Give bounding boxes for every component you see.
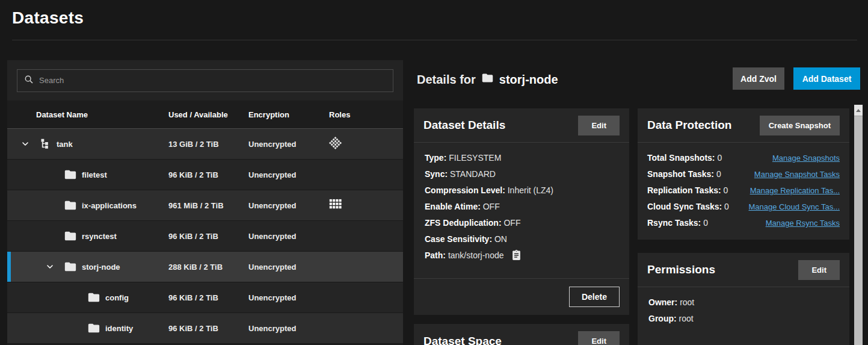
dataset-space-title: Dataset Space [423,335,502,345]
folder-icon [64,260,77,273]
used-available-value: 13 GiB / 2 TiB [168,140,219,149]
dataset-name-label: tank [57,140,73,149]
scrollbar-thumb[interactable] [854,116,863,345]
field-sync: Sync: STANDARD [425,166,618,182]
column-header-used-available: Used / Available [168,110,228,119]
dataset-tree-icon [39,138,52,151]
permissions-card: Permissions Edit Owner: root Group: root [638,253,849,345]
data-protection-card: Data Protection Create Snapshot Total Sn… [638,108,849,240]
dataset-details-edit-button[interactable]: Edit [578,116,620,135]
dataset-name-label: filetest [82,170,107,179]
encryption-value: Unencrypted [248,170,296,179]
search-input[interactable] [39,76,386,85]
copy-path-icon[interactable] [511,250,522,262]
column-header-encryption: Encryption [248,110,289,119]
folder-icon [87,322,100,335]
details-title: Details for storj-node [417,70,558,89]
manage-rsync-tasks-link[interactable]: Manage Rsync Tasks [766,215,840,231]
chevron-down-icon[interactable] [45,262,64,272]
folder-icon [64,199,77,212]
field-dedup: ZFS Deduplication: OFF [425,215,618,231]
datasets-table-panel: Dataset Name Used / Available Encryption… [7,60,403,345]
dp-row-total-snapshots: Total Snapshots: 0 Manage Snapshots [647,150,840,166]
dataset-name-label: ix-applications [82,201,137,210]
permissions-title: Permissions [647,263,715,276]
page-title: Datasets [12,8,84,28]
dataset-name-label: config [105,293,129,302]
encryption-value: Unencrypted [248,201,296,210]
column-header-dataset-name: Dataset Name [36,110,88,119]
folder-icon [481,72,494,87]
encryption-value: Unencrypted [248,232,296,241]
field-type: Type: FILESYSTEM [425,150,618,166]
title-divider [12,40,857,40]
used-available-value: 288 KiB / 2 TiB [168,263,223,272]
dp-row-cloud-sync-tasks: Cloud Sync Tasks: 0 Manage Cloud Sync Ta… [647,199,840,215]
used-available-value: 96 KiB / 2 TiB [168,293,218,302]
details-dataset-name: storj-node [499,73,558,87]
dataset-name-label: identity [105,324,133,333]
used-available-value: 961 MiB / 2 TiB [168,201,224,210]
folder-icon [64,229,77,243]
apps-icon [329,199,342,212]
folder-icon [87,291,100,304]
table-row-filetest[interactable]: filetest 96 KiB / 2 TiB Unencrypted [7,160,403,190]
add-zvol-button[interactable]: Add Zvol [733,67,784,90]
dataset-details-footer: Delete [414,278,629,315]
table-row-config[interactable]: config 96 KiB / 2 TiB Unencrypted [7,282,403,313]
system-dataset-icon [328,136,342,152]
encryption-value: Unencrypted [248,263,296,272]
field-compression: Compression Level: Inherit (LZ4) [425,182,618,199]
manage-snapshots-link[interactable]: Manage Snapshots [772,150,840,166]
encryption-value: Unencrypted [248,140,296,149]
field-case-sensitivity: Case Sensitivity: ON [425,231,618,247]
field-owner: Owner: root [648,294,839,311]
used-available-value: 96 KiB / 2 TiB [168,170,218,179]
table-row-identity[interactable]: identity 96 KiB / 2 TiB Unencrypted [7,313,403,344]
dataset-details-title: Dataset Details [423,119,505,132]
table-row-tank[interactable]: tank 13 GiB / 2 TiB Unencrypted [7,129,403,160]
dataset-space-card: Dataset Space Edit [414,324,629,345]
encryption-value: Unencrypted [248,324,296,333]
permissions-edit-button[interactable]: Edit [798,260,840,280]
details-title-prefix: Details for [417,73,476,87]
add-dataset-button[interactable]: Add Dataset [793,67,860,90]
search-box[interactable] [17,69,393,92]
details-scrollbar [854,105,863,345]
encryption-value: Unencrypted [248,293,296,302]
column-header-roles: Roles [329,110,350,119]
dataset-details-card: Dataset Details Edit Type: FILESYSTEM Sy… [414,108,629,315]
table-header-row: Dataset Name Used / Available Encryption… [7,101,403,129]
search-bar [7,60,403,101]
table-row-storj-node[interactable]: storj-node 288 KiB / 2 TiB Unencrypted [7,252,403,282]
scrollbar-up-arrow-icon[interactable] [854,105,863,116]
folder-icon [64,168,77,181]
dataset-space-edit-button[interactable]: Edit [578,331,620,345]
chevron-down-icon[interactable] [20,139,39,149]
dp-row-replication-tasks: Replication Tasks: 0 Manage Replication … [647,182,840,199]
table-row-rsynctest[interactable]: rsynctest 96 KiB / 2 TiB Unencrypted [7,221,403,252]
field-group: Group: root [648,311,839,327]
dataset-name-label: storj-node [82,263,120,272]
manage-snapshot-tasks-link[interactable]: Manage Snapshot Tasks [754,166,840,182]
manage-replication-tasks-link[interactable]: Manage Replication Tas... [750,182,840,199]
create-snapshot-button[interactable]: Create Snapshot [760,116,840,135]
table-row-ix-applications[interactable]: ix-applications 961 MiB / 2 TiB Unencryp… [7,190,403,221]
dataset-name-label: rsynctest [82,232,117,241]
field-path: Path: tank/storj-node [425,247,618,264]
dp-row-rsync-tasks: Rsync Tasks: 0 Manage Rsync Tasks [647,215,840,231]
manage-cloud-sync-tasks-link[interactable]: Manage Cloud Sync Tas... [748,199,840,215]
used-available-value: 96 KiB / 2 TiB [168,232,218,241]
delete-button[interactable]: Delete [569,287,620,307]
dp-row-snapshot-tasks: Snapshot Tasks: 0 Manage Snapshot Tasks [647,166,840,182]
search-icon [24,75,34,87]
field-atime: Enable Atime: OFF [425,199,618,215]
data-protection-title: Data Protection [647,119,731,132]
used-available-value: 96 KiB / 2 TiB [168,324,218,333]
